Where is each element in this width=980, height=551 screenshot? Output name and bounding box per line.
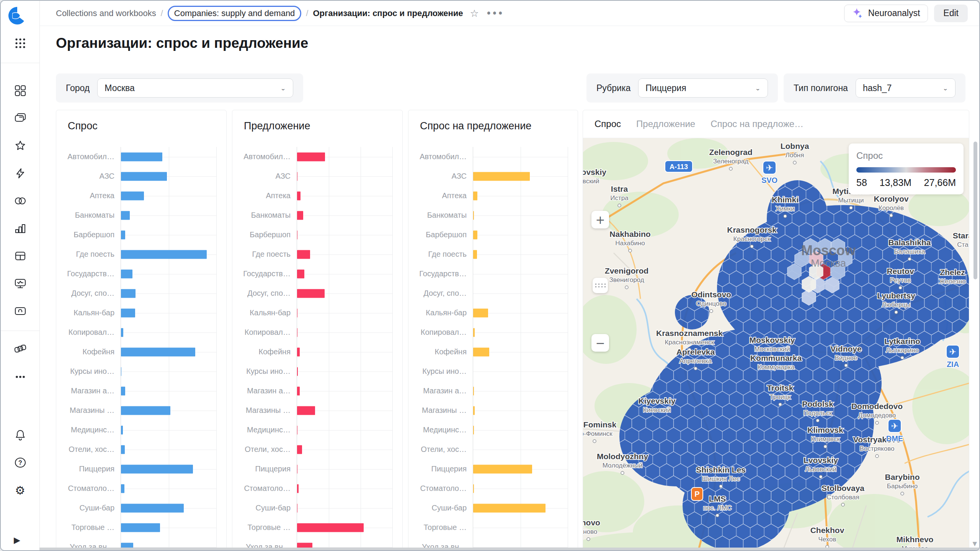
bar[interactable] xyxy=(297,152,325,161)
bar[interactable] xyxy=(297,504,297,512)
bar[interactable] xyxy=(473,308,488,317)
apps-grid-icon[interactable] xyxy=(14,37,27,50)
settings-gear-icon[interactable]: ⚙ xyxy=(14,484,27,497)
breadcrumb-collections[interactable]: Collections and workbooks xyxy=(56,8,156,18)
bar[interactable] xyxy=(473,347,489,356)
sidebar-item-connections[interactable] xyxy=(14,194,27,207)
bar[interactable] xyxy=(473,191,477,200)
gridline xyxy=(568,245,568,264)
vertical-scrollbar[interactable] xyxy=(973,142,977,279)
bar[interactable] xyxy=(121,250,207,259)
bar[interactable] xyxy=(473,250,477,259)
more-options-icon[interactable]: ••• xyxy=(486,8,503,19)
bar[interactable] xyxy=(297,328,297,337)
bar[interactable] xyxy=(297,484,299,493)
notifications-bell-icon[interactable] xyxy=(14,429,27,442)
bar[interactable] xyxy=(297,386,300,395)
map-city-label: Balashikha xyxy=(889,238,931,247)
bar[interactable] xyxy=(297,347,300,356)
bar[interactable] xyxy=(121,465,193,473)
rubric-select[interactable]: Пиццерия ⌄ xyxy=(638,78,768,98)
sidebar-expand-icon[interactable]: ▶ xyxy=(14,535,20,545)
neuroanalyst-button[interactable]: Neuroanalyst xyxy=(844,5,928,22)
bar[interactable] xyxy=(121,484,124,493)
map-area[interactable]: ZelenogradЗеленоградLobnyaЛобняIstraИстр… xyxy=(583,138,969,550)
gridline xyxy=(392,205,393,225)
sidebar-item-editor[interactable] xyxy=(14,277,27,290)
bar[interactable] xyxy=(121,230,125,239)
map-city-label: Troitsk xyxy=(767,383,794,392)
row-gridline xyxy=(473,489,568,489)
city-select[interactable]: Москва ⌄ xyxy=(97,78,293,98)
sidebar-item-dashboards[interactable] xyxy=(14,84,27,97)
sidebar-item-quick-actions[interactable] xyxy=(14,167,27,180)
bar[interactable] xyxy=(121,172,167,181)
bar[interactable] xyxy=(297,406,315,415)
bar[interactable] xyxy=(297,172,297,181)
breadcrumb-workbook[interactable]: Companies: supply and demand xyxy=(168,6,302,21)
bar[interactable] xyxy=(473,504,546,512)
map-tab[interactable]: Предложение xyxy=(636,119,695,129)
bar[interactable] xyxy=(473,230,477,239)
map-city-label-ru: Молодёжный xyxy=(603,462,642,469)
bar-row: Банкоматы xyxy=(56,205,226,225)
sidebar-item-more[interactable] xyxy=(14,370,27,383)
bar[interactable] xyxy=(473,406,475,415)
bar[interactable] xyxy=(473,465,532,473)
map-tab[interactable]: Спрос xyxy=(595,119,621,129)
favorite-star-icon[interactable]: ☆ xyxy=(470,8,479,19)
gridline xyxy=(392,420,393,440)
bar[interactable] xyxy=(121,523,160,532)
bar[interactable] xyxy=(297,211,303,220)
zoom-out-button[interactable]: − xyxy=(591,334,609,352)
help-icon[interactable]: ? xyxy=(14,456,27,469)
polygon-type-select-value: hash_7 xyxy=(863,83,892,93)
scrollbar-arrow-icon[interactable]: ▼ xyxy=(972,540,977,547)
bar[interactable] xyxy=(121,347,195,356)
bar[interactable] xyxy=(297,445,302,454)
polygon-type-select[interactable]: hash_7 ⌄ xyxy=(856,78,956,98)
sidebar-item-services[interactable] xyxy=(14,343,27,356)
bar[interactable] xyxy=(121,406,170,415)
bar[interactable] xyxy=(297,230,297,239)
bar[interactable] xyxy=(473,172,530,181)
horizontal-scrollbar[interactable] xyxy=(39,548,979,550)
sidebar-item-favorites[interactable] xyxy=(14,139,27,152)
edit-button[interactable]: Edit xyxy=(934,5,968,22)
bar[interactable] xyxy=(121,328,123,337)
zoom-in-button[interactable]: + xyxy=(591,211,609,228)
bar[interactable] xyxy=(297,289,325,298)
sidebar-item-storage[interactable] xyxy=(14,305,27,318)
bar-row: Кофейня xyxy=(56,342,226,362)
datalens-logo-icon[interactable] xyxy=(8,6,27,25)
sidebar-item-tables[interactable] xyxy=(14,249,27,262)
bar[interactable] xyxy=(297,523,364,532)
sidebar-item-collections[interactable] xyxy=(14,112,27,125)
row-gridline xyxy=(473,391,568,391)
bar[interactable] xyxy=(121,386,125,395)
gridline xyxy=(392,186,393,205)
bar[interactable] xyxy=(121,289,136,298)
bar[interactable] xyxy=(121,191,144,200)
bar[interactable] xyxy=(297,269,304,278)
bar[interactable] xyxy=(121,211,130,220)
bar[interactable] xyxy=(297,191,301,200)
bar[interactable] xyxy=(473,328,475,337)
ruler-button[interactable] xyxy=(593,278,608,293)
row-gridline xyxy=(121,215,216,216)
bar[interactable] xyxy=(297,465,297,473)
bar[interactable] xyxy=(297,308,297,317)
bar[interactable] xyxy=(297,250,310,259)
bar[interactable] xyxy=(121,308,135,317)
category-label: Государств… xyxy=(56,269,121,278)
bar[interactable] xyxy=(121,504,184,512)
bar[interactable] xyxy=(121,445,125,454)
bar[interactable] xyxy=(297,425,297,434)
sidebar-item-charts[interactable] xyxy=(14,222,27,235)
map-canvas[interactable]: ZelenogradЗеленоградLobnyaЛобняIstraИстр… xyxy=(583,138,969,550)
row-gridline xyxy=(121,333,216,333)
map-tab[interactable]: Спрос на предложе… xyxy=(710,119,804,129)
bar[interactable] xyxy=(121,152,162,161)
bar[interactable] xyxy=(121,425,123,434)
bar[interactable] xyxy=(121,269,132,278)
